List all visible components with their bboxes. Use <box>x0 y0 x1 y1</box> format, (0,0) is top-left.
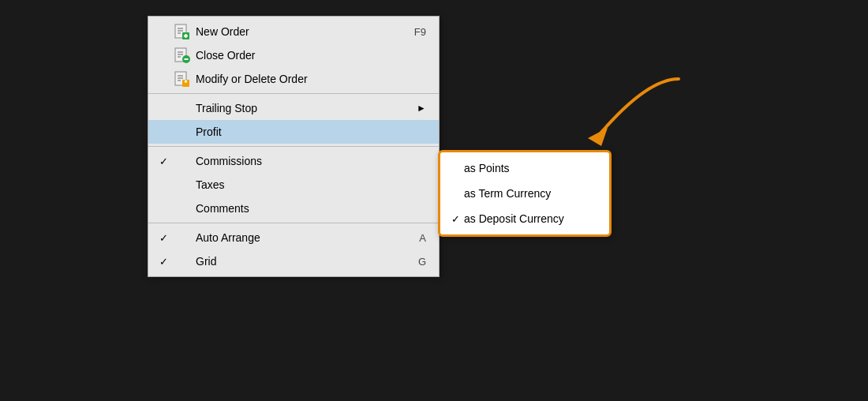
submenu-label-as-deposit-currency: as Deposit Currency <box>464 212 597 225</box>
svg-marker-19 <box>588 128 608 146</box>
context-menu: New Order F9 Close Order <box>148 16 440 277</box>
separator-1 <box>148 93 439 94</box>
menu-label-taxes: Taxes <box>193 178 426 191</box>
check-commissions: ✓ <box>155 156 172 167</box>
menu-label-profit: Profit <box>193 126 426 138</box>
menu-item-commissions[interactable]: ✓ Commissions <box>148 149 439 173</box>
check-auto-arrange: ✓ <box>155 232 172 244</box>
menu-label-modify-delete-order: Modify or Delete Order <box>193 73 426 85</box>
menu-label-close-order: Close Order <box>193 49 426 62</box>
menu-item-trailing-stop[interactable]: Trailing Stop ► <box>148 96 439 120</box>
menu-item-taxes[interactable]: Taxes <box>148 173 439 197</box>
shortcut-auto-arrange: A <box>419 232 426 244</box>
menu-item-profit[interactable]: Profit <box>148 120 439 144</box>
profit-submenu: as Points as Term Currency ✓ as Deposit … <box>438 150 612 237</box>
menu-item-auto-arrange[interactable]: ✓ Auto Arrange A <box>148 226 439 249</box>
icon-new-order <box>172 24 193 39</box>
icon-modify-delete-order: * <box>172 71 193 87</box>
submenu-item-as-points[interactable]: as Points <box>440 156 609 181</box>
submenu-item-as-term-currency[interactable]: as Term Currency <box>440 181 609 206</box>
menu-item-modify-delete-order[interactable]: * Modify or Delete Order <box>148 67 439 91</box>
submenu-label-as-term-currency: as Term Currency <box>464 187 597 200</box>
menu-item-comments[interactable]: Comments <box>148 197 439 220</box>
menu-label-trailing-stop: Trailing Stop <box>193 102 417 114</box>
shortcut-new-order: F9 <box>414 26 426 38</box>
svg-text:*: * <box>185 79 188 87</box>
submenu-label-as-points: as Points <box>464 162 597 174</box>
menu-label-grid: Grid <box>193 255 418 268</box>
arrow-trailing-stop: ► <box>417 103 426 114</box>
check-grid: ✓ <box>155 256 172 268</box>
icon-close-order <box>172 47 193 63</box>
menu-label-auto-arrange: Auto Arrange <box>193 231 419 244</box>
menu-item-new-order[interactable]: New Order F9 <box>148 20 439 43</box>
menu-item-grid[interactable]: ✓ Grid G <box>148 249 439 273</box>
menu-label-new-order: New Order <box>193 25 414 38</box>
menu-label-commissions: Commissions <box>193 155 426 167</box>
shortcut-grid: G <box>418 256 426 268</box>
submenu-item-as-deposit-currency[interactable]: ✓ as Deposit Currency <box>440 206 609 231</box>
check-as-deposit-currency: ✓ <box>447 213 464 225</box>
separator-3 <box>148 223 439 223</box>
separator-2 <box>148 146 439 147</box>
menu-label-comments: Comments <box>193 202 426 215</box>
menu-item-close-order[interactable]: Close Order <box>148 43 439 67</box>
